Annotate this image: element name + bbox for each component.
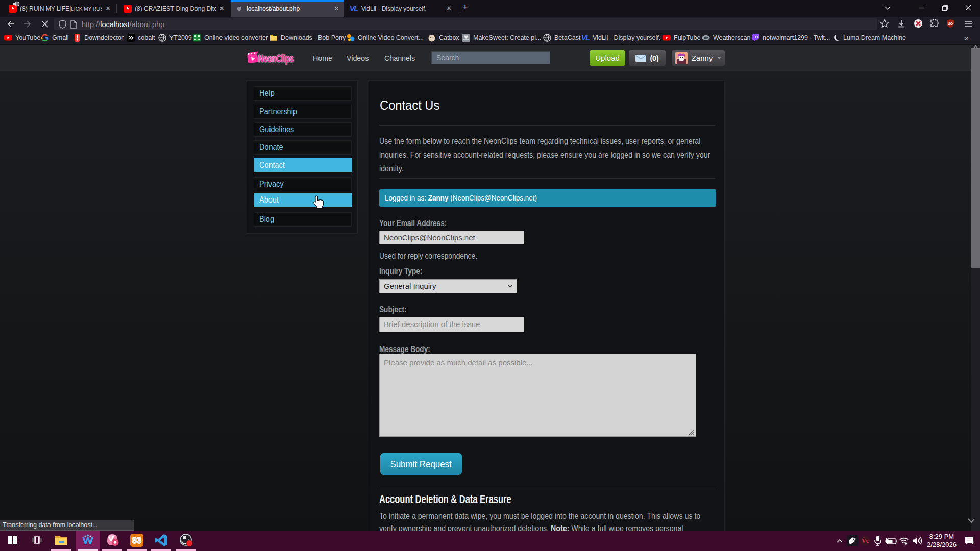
svg-text:83: 83 [132, 536, 141, 545]
svg-text:UO: UO [948, 22, 953, 26]
svg-text:V̇c: V̇c [862, 537, 869, 544]
